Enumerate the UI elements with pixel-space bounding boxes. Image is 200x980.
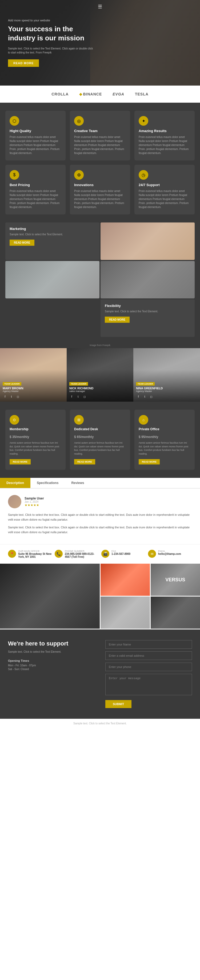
hero-section: Add more speed to your website Your succ…: [0, 0, 200, 86]
pricing-price-office: $ 95/monthly: [139, 433, 191, 440]
feature-title-support: 24/7 Support: [139, 183, 191, 187]
phone-icon: 📞: [55, 550, 63, 558]
support-right: Submit: [106, 640, 192, 708]
hero-title: Your success in the industry is our miss…: [8, 25, 93, 43]
pricing-title-desk: Dedicated Desk: [74, 427, 126, 431]
form-message-textarea[interactable]: [106, 674, 192, 695]
tabs-section: Description Specifications Reviews: [0, 478, 200, 488]
footer: Sample text. Click to select the Text El…: [0, 719, 200, 728]
contact-office: 📍 OUR MAIN OFFICE Suite 96 Broadway St N…: [8, 550, 52, 558]
form-phone-input[interactable]: [106, 663, 192, 671]
photo-card-meeting: [101, 261, 195, 298]
team-socials-nick: f t ◻: [69, 394, 93, 399]
description-text-1: Sample text. Click to select the text bo…: [8, 512, 192, 522]
reviewer: Sample User Jan 1, 2024 ★★★★★: [8, 495, 192, 508]
quality-icon: ⬡: [9, 116, 19, 126]
tab-description[interactable]: Description: [0, 478, 30, 488]
instagram-icon-2[interactable]: ◻: [82, 394, 87, 399]
hours-row-weekday: Mon - Fri: 10am - 07pm: [8, 664, 94, 667]
feature-card-creative: ◎ Creative Team Proin euismod tellus mau…: [70, 111, 130, 161]
team-name-mary: MARY BROWN: [3, 387, 24, 390]
team-badge-nick: TEAM LEADER: [69, 382, 88, 386]
hours-row-weekend: Sat - Sun: Closed: [8, 668, 94, 671]
hamburger-icon: ☰: [98, 4, 102, 10]
reviewer-date: Jan 1, 2024: [25, 500, 192, 503]
tabs-bar: Description Specifications Reviews: [0, 478, 200, 488]
desk-icon: ⊞: [74, 415, 84, 425]
form-email-input[interactable]: [106, 651, 192, 660]
pricing-btn-membership[interactable]: READ MORE: [9, 459, 31, 465]
form-submit-button[interactable]: Submit: [106, 700, 131, 708]
feature-card-support: ◷ 24/7 Support Proin euismod tellus maur…: [134, 165, 195, 215]
team-info-nina: TEAM LEADER NINA GREENFIELD Agency Maste…: [136, 381, 163, 399]
team-badge-nina: TEAM LEADER: [136, 382, 155, 386]
feature-text-innovations: Proin euismod tellus mauris dolor amet N…: [74, 189, 126, 209]
pricing-text-desk: Aenisi autem amicor ferimus faucibus tum…: [74, 441, 126, 456]
form-group-name: [106, 640, 192, 649]
membership-icon: ⊙: [9, 415, 19, 425]
facebook-icon-2[interactable]: f: [69, 394, 74, 399]
team-role-nina: Agency Master: [136, 390, 163, 393]
photo-versus: VERSUS: [151, 564, 200, 596]
flexibility-btn[interactable]: READ MORE: [105, 317, 129, 323]
photo-spiral: [0, 564, 100, 628]
contact-fax-value: 1-234-567-8900: [112, 552, 131, 555]
form-name-input[interactable]: [106, 640, 192, 649]
twitter-icon[interactable]: t: [9, 394, 14, 399]
pricing-icon: $: [9, 170, 19, 180]
twitter-icon-2[interactable]: t: [76, 394, 80, 399]
pricing-btn-desk[interactable]: READ MORE: [74, 459, 95, 465]
team-socials-nina: f t ◻: [136, 394, 163, 399]
hero-text: Sample text. Click to select the Text El…: [8, 46, 93, 54]
contact-bar: 📍 OUR MAIN OFFICE Suite 96 Broadway St N…: [0, 544, 200, 564]
tab-specifications[interactable]: Specifications: [30, 478, 65, 488]
pricing-card-membership: ⊙ Membership $ 35/monthly Aenisi autem a…: [5, 410, 66, 470]
instagram-icon-3[interactable]: ◻: [149, 394, 154, 399]
facebook-icon[interactable]: f: [3, 394, 8, 399]
team-info-mary: TEAM LEADER MARY BROWN Agency Master f t…: [3, 381, 24, 399]
flexibility-text: Sample text. Click to select the Text El…: [105, 309, 191, 313]
brands-section: CROLLA ◆BINANCE EVGA TESLA: [0, 86, 200, 103]
marketing-btn[interactable]: READ MORE: [9, 240, 35, 246]
contact-email-value: hello@litamp.com: [158, 552, 181, 555]
feature-text-creative: Proin euismod tellus mauris dolor amet N…: [74, 135, 126, 155]
contact-fax: 📠 FAX 1-234-567-8900: [101, 550, 145, 558]
flexibility-card: Flexibility Sample text. Click to select…: [101, 299, 195, 337]
hours-title: Opening Times: [8, 659, 94, 662]
contact-fax-label: FAX: [112, 550, 131, 552]
feature-text-results: Proin euismod tellus mauris dolor amet N…: [139, 135, 191, 155]
hero-people-illustration: [90, 0, 200, 86]
twitter-icon-3[interactable]: t: [142, 394, 147, 399]
tab-reviews[interactable]: Reviews: [65, 478, 90, 488]
form-group-email: [106, 651, 192, 660]
pricing-section: ⊙ Membership $ 35/monthly Aenisi autem a…: [0, 402, 200, 478]
marketing-text: Sample text. Click to select the Text El…: [9, 232, 95, 236]
feature-text-support: Proin euismod tellus mauris dolor amet N…: [139, 189, 191, 209]
pricing-btn-office[interactable]: READ MORE: [139, 459, 160, 465]
marketing-card: Marketing Sample text. Click to select t…: [5, 223, 99, 260]
team-card-nina: TEAM LEADER NINA GREENFIELD Agency Maste…: [133, 348, 200, 402]
form-group-phone: [106, 663, 192, 671]
contact-phone: 📞 PHONE NUMBER 234-985-5400 889-0123-456…: [55, 550, 99, 558]
feature-card-pricing: $ Best Pricing Proin euismod tellus maur…: [5, 165, 66, 215]
feature-card-results: ✦ Amazing Results Proin euismod tellus m…: [134, 111, 195, 161]
form-group-message: [106, 674, 192, 696]
team-badge-mary: TEAM LEADER: [3, 382, 21, 386]
team-card-mary: TEAM LEADER MARY BROWN Agency Master f t…: [0, 348, 67, 402]
support-text: Sample text. Click to select the Text El…: [8, 650, 94, 654]
pricing-price-membership: $ 35/monthly: [9, 433, 61, 440]
feature-title-creative: Creative Team: [74, 129, 126, 133]
facebook-icon-3[interactable]: f: [136, 394, 141, 399]
instagram-icon[interactable]: ◻: [16, 394, 20, 399]
reviewer-name: Sample User: [25, 496, 192, 500]
features-section: ⬡ Hight Quality Proin euismod tellus mau…: [0, 103, 200, 223]
hamburger-menu[interactable]: ☰: [98, 4, 102, 10]
pricing-text-membership: Aenisi autem amicor ferimus faucibus tum…: [9, 441, 61, 456]
feature-text-pricing: Proin euismod tellus mauris dolor amet N…: [9, 189, 61, 209]
hero-content: Add more speed to your website Your succ…: [0, 8, 101, 78]
reviewer-avatar: [8, 495, 21, 508]
pricing-price-desk: $ 65/monthly: [74, 433, 126, 440]
hero-cta-button[interactable]: READ MORE: [8, 59, 39, 67]
pricing-card-office: ⌂ Private Office $ 95/monthly Aenisi aut…: [134, 410, 195, 470]
support-section: We're here to support Sample text. Click…: [0, 630, 200, 719]
